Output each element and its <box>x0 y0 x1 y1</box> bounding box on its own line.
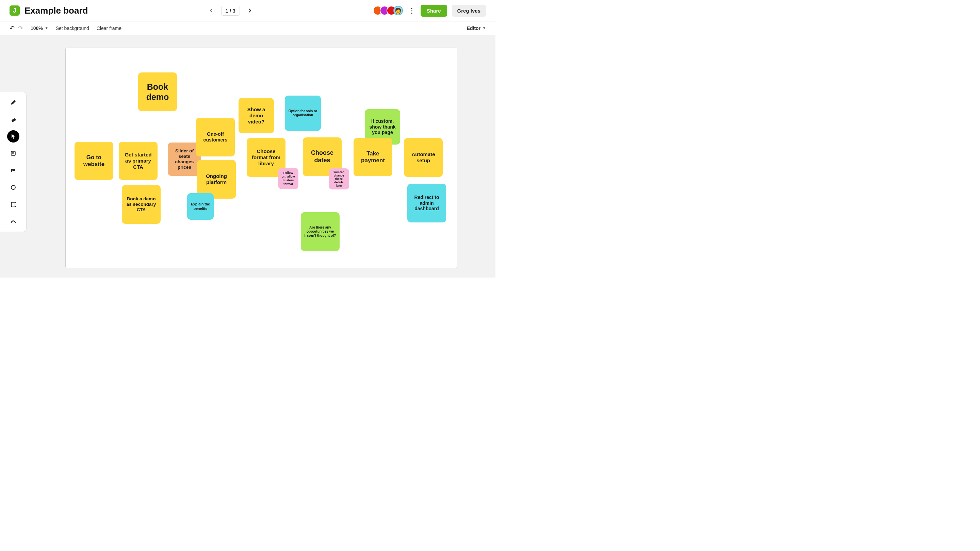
frame-tool[interactable] <box>7 198 19 211</box>
svg-rect-8 <box>11 202 12 203</box>
redo-button[interactable]: ↷ <box>18 24 23 32</box>
marker-tool[interactable] <box>7 215 19 227</box>
sticky-note[interactable]: Option for solo or organisation <box>285 95 321 131</box>
sticky-note[interactable]: One-off customers <box>196 118 235 156</box>
sticky-note[interactable]: Book demo <box>138 73 177 111</box>
image-tool[interactable] <box>7 164 19 176</box>
chevron-right-icon <box>248 8 252 13</box>
chevron-down-icon: ▼ <box>45 26 48 30</box>
image-icon <box>10 167 16 173</box>
header: J Example board 1 / 3 🧑 ⋮ Share Greg Ive… <box>0 0 495 21</box>
svg-rect-1 <box>11 151 15 156</box>
sticky-note[interactable]: You can change these details later <box>329 168 349 189</box>
circle-icon <box>10 184 16 191</box>
prev-page-button[interactable] <box>207 6 215 14</box>
pen-icon <box>10 99 16 105</box>
sticky-note[interactable]: Are there any opportunities we haven't t… <box>301 212 340 251</box>
share-button[interactable]: Share <box>421 5 447 17</box>
select-tool[interactable] <box>7 130 19 143</box>
shape-tool[interactable] <box>7 181 19 194</box>
chevron-down-icon: ▼ <box>482 26 486 30</box>
frame[interactable]: Book demo Go to website Get started as p… <box>65 48 457 268</box>
zoom-value: 100% <box>30 25 43 31</box>
frame-icon <box>10 202 16 208</box>
sticky-note[interactable]: Follow on: allow custom format <box>278 168 298 189</box>
toolbar: ↶ ↷ 100% ▼ Set background Clear frame Ed… <box>0 21 495 35</box>
canvas[interactable]: Book demo Go to website Get started as p… <box>0 35 495 278</box>
sticky-note[interactable]: Show a demo video? <box>239 98 274 133</box>
more-menu-button[interactable]: ⋮ <box>408 6 416 14</box>
page-indicator[interactable]: 1 / 3 <box>221 6 240 16</box>
mode-label: Editor <box>467 25 480 31</box>
header-left: J Example board <box>10 5 88 16</box>
note-tool[interactable] <box>7 147 19 159</box>
user-menu-button[interactable]: Greg Ives <box>452 5 486 17</box>
next-page-button[interactable] <box>246 6 254 14</box>
pen-tool[interactable] <box>7 96 19 108</box>
undo-redo-group: ↶ ↷ <box>10 24 23 32</box>
sticky-note[interactable]: Go to website <box>75 142 113 180</box>
sticky-note[interactable]: Get started as primary CTA <box>119 142 158 180</box>
eraser-icon <box>10 116 16 122</box>
board-title[interactable]: Example board <box>24 5 88 16</box>
svg-rect-7 <box>11 203 15 206</box>
clear-frame-button[interactable]: Clear frame <box>97 25 121 31</box>
chevron-left-icon <box>209 8 213 13</box>
sticky-note[interactable]: Book a demo as secondary CTA <box>122 185 161 224</box>
toolbar-left: ↶ ↷ 100% ▼ Set background Clear frame <box>10 24 121 32</box>
svg-rect-11 <box>14 206 16 207</box>
avatar[interactable]: 🧑 <box>393 6 403 15</box>
sticky-note[interactable]: Take payment <box>353 138 392 176</box>
svg-rect-0 <box>11 118 16 122</box>
sticky-note[interactable]: Explain the benefits <box>187 193 214 220</box>
set-background-button[interactable]: Set background <box>56 25 89 31</box>
svg-rect-9 <box>14 202 16 203</box>
svg-point-5 <box>12 170 13 170</box>
collaborator-avatars[interactable]: 🧑 <box>373 6 403 15</box>
undo-button[interactable]: ↶ <box>10 24 14 32</box>
svg-point-6 <box>11 185 15 189</box>
pagination: 1 / 3 <box>207 6 254 16</box>
sticky-note[interactable]: Redirect to admin dashboard <box>407 184 446 222</box>
sticky-note[interactable]: Automate setup <box>404 138 443 177</box>
mode-selector[interactable]: Editor ▼ <box>467 25 486 31</box>
note-icon <box>10 150 16 156</box>
sticky-note[interactable]: Ongoing platform <box>197 160 236 198</box>
cursor-icon <box>10 133 16 140</box>
app-logo[interactable]: J <box>10 5 20 16</box>
zoom-control[interactable]: 100% ▼ <box>30 25 48 31</box>
svg-rect-10 <box>11 206 12 207</box>
header-right: 🧑 ⋮ Share Greg Ives <box>373 5 486 17</box>
toolbox <box>0 92 27 232</box>
eraser-tool[interactable] <box>7 113 19 125</box>
marker-icon <box>10 218 16 224</box>
